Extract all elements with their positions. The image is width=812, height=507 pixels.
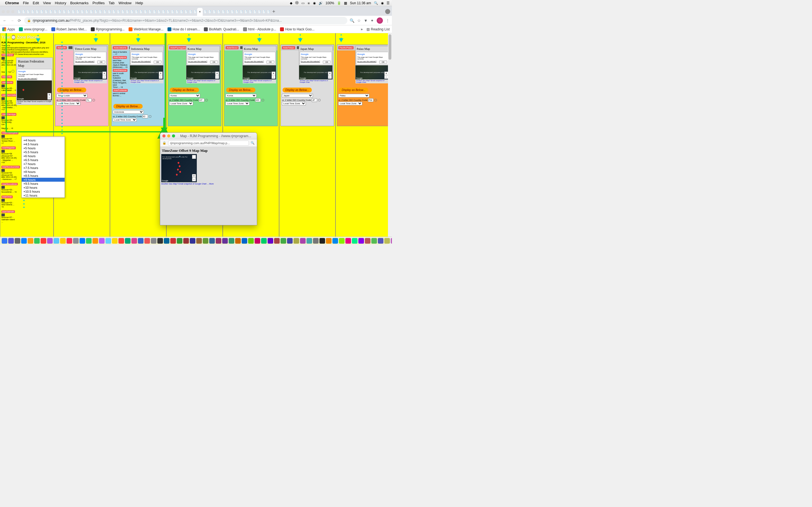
back-button[interactable]: ← [2, 18, 7, 23]
tz-badge[interactable]: Asia/Magadan [1, 147, 16, 149]
dock-app-icon[interactable] [138, 238, 144, 244]
dock-app-icon[interactable] [93, 238, 98, 244]
dropdown-option[interactable]: +4 hours [22, 138, 64, 142]
extensions-icon[interactable]: ✦ [370, 18, 374, 23]
timezone-dropdown-open[interactable]: +4 hours+4.5 hours+5 hours+5.5 hours+6 h… [21, 136, 65, 198]
browser-tab[interactable]: 📄 [261, 8, 266, 16]
lock-icon[interactable]: 🔒 [27, 18, 31, 22]
radio-button[interactable] [205, 99, 208, 101]
map-links[interactable]: Another Geo Map? Email snapshot of Googl… [130, 79, 163, 83]
iso-input[interactable] [312, 98, 317, 102]
search-icon[interactable]: 🔍 [251, 141, 255, 145]
country-select[interactable]: Korea [169, 94, 200, 98]
dock-app-icon[interactable] [365, 238, 370, 244]
tz-badge[interactable]: Asia/Omsk [1, 195, 13, 198]
zoom-control[interactable]: +− [215, 71, 219, 79]
tz-badge[interactable]: Asia/Seoul [225, 46, 239, 49]
map-image[interactable]: For development purposes only+−Google [356, 65, 389, 79]
dock-app-icon[interactable] [132, 238, 137, 244]
dock-app-icon[interactable] [15, 238, 20, 244]
browser-tab[interactable]: 📄 [71, 8, 75, 16]
popup-titlebar[interactable]: Map - RJM Programming - //www.rjmprogram… [160, 133, 257, 139]
browser-tab[interactable]: 📄 [44, 8, 48, 16]
dropdown-option[interactable]: +9.5 hours [22, 182, 64, 186]
browser-tab[interactable]: 📄 [156, 8, 161, 16]
map-image[interactable]: For development purposes only+−Google [299, 65, 333, 79]
dock-app-icon[interactable] [326, 238, 332, 244]
browser-tab[interactable]: 📄 [257, 8, 261, 16]
apps-shortcut[interactable]: Apps [2, 27, 15, 31]
tz-badge[interactable]: Asia/Khandyga [1, 113, 16, 116]
display-button[interactable]: Display as Below... [113, 104, 143, 109]
map-links[interactable]: Another Geo Map? Email snapshot of Googl… [299, 79, 333, 83]
browser-tab[interactable]: 📄 [107, 8, 111, 16]
menu-profiles[interactable]: Profiles [93, 1, 105, 5]
browser-tab[interactable]: 📄 [184, 8, 188, 16]
tz-badge[interactable]: Asia/Kamchatka [1, 94, 17, 97]
browser-tab[interactable]: 📄 [170, 8, 174, 16]
star-icon[interactable]: ☆ [357, 18, 361, 23]
menu-window[interactable]: Window [118, 1, 132, 5]
tz-select[interactable]: Local Time Zone [225, 102, 250, 105]
iso-input[interactable] [142, 115, 148, 118]
browser-tab[interactable]: 📄 [152, 8, 156, 16]
browser-tab[interactable]: 📄 [80, 8, 84, 16]
dock-app-icon[interactable] [34, 238, 40, 244]
airplay-icon[interactable]: ▭ [301, 1, 305, 5]
bookmark-item[interactable]: html - Absolute p... [243, 27, 276, 31]
lock-icon[interactable]: 🔒 [162, 141, 166, 145]
browser-tab[interactable]: 📄 [225, 8, 230, 16]
iso-input[interactable] [368, 98, 373, 102]
ok-button[interactable]: OK [97, 61, 105, 64]
tz-badge[interactable]: Asia/Irkutsk [1, 81, 13, 84]
dock-app-icon[interactable] [196, 238, 202, 244]
bookmark-item[interactable]: www.rjmprogr... [19, 27, 47, 31]
bluetooth-icon[interactable]: ⚹ [307, 1, 310, 5]
radio-button[interactable] [262, 99, 264, 101]
siri-icon[interactable]: ◉ [381, 1, 384, 5]
dock-app-icon[interactable] [2, 238, 7, 244]
address-bar[interactable]: 🔒 rjmprogramming.com.au/PHP/tz_places.ph… [24, 17, 347, 24]
tz-select[interactable]: Local Time Zone [56, 102, 80, 105]
country-select[interactable]: Japan [282, 94, 313, 98]
map-links[interactable]: Another Geo Map? Email snapshot of Googl… [17, 100, 52, 104]
browser-tab[interactable]: 📄 [98, 8, 102, 16]
browser-tab[interactable]: 📄 [221, 8, 225, 16]
dock-app-icon[interactable] [190, 238, 195, 244]
popup-links[interactable]: Another Geo Map? Email snapshot of Googl… [161, 182, 256, 185]
dropdown-option[interactable]: +9 hours [22, 178, 64, 182]
browser-tab[interactable]: ✕ [197, 8, 203, 16]
bookmark-item[interactable]: Robert James Met... [51, 27, 87, 31]
dock-app-icon[interactable] [261, 238, 267, 244]
browser-tab[interactable]: 📄 [188, 8, 193, 16]
tz-select[interactable]: Local Time Zone [338, 102, 362, 105]
dock-app-icon[interactable] [47, 238, 53, 244]
browser-tab[interactable]: 📄 [266, 8, 270, 16]
dock-app-icon[interactable] [60, 238, 66, 244]
tz-select[interactable]: Local Time Zone [169, 102, 193, 105]
ok-button[interactable]: OK [323, 61, 331, 64]
map-links[interactable]: Another Geo Map? Email snapshot of Googl… [356, 79, 389, 83]
close-icon[interactable] [162, 134, 165, 137]
menu-tab[interactable]: Tab [109, 1, 114, 5]
bookmark-item[interactable]: BioMath: Quadrati... [204, 27, 239, 31]
dock-app-icon[interactable] [105, 238, 111, 244]
dock-app-icon[interactable] [235, 238, 241, 244]
display-button[interactable]: Display as Below... [339, 88, 368, 93]
browser-tab[interactable]: 📄 [174, 8, 179, 16]
dock-app-icon[interactable] [287, 238, 293, 244]
browser-tab[interactable]: 📄 [53, 8, 57, 16]
dock-app-icon[interactable] [203, 238, 208, 244]
map-image[interactable]: For development purposes only+−Google [186, 65, 220, 79]
tz-badge[interactable]: Asia/Pyongyang [169, 46, 188, 49]
browser-tab[interactable]: 📄 [212, 8, 216, 16]
dock-app-icon[interactable] [306, 238, 312, 244]
search-icon[interactable]: 🔍 [350, 18, 354, 23]
tz-badge[interactable]: Asia/Chita [1, 75, 12, 78]
gmap-own-link[interactable]: Do you own this website? [188, 61, 207, 62]
dropdown-option[interactable]: +7 hours [22, 162, 64, 166]
map-image[interactable]: For development purposes only+−Google [130, 65, 163, 79]
browser-tab[interactable]: 📄 [35, 8, 39, 16]
browser-tab[interactable]: 📄 [161, 8, 165, 16]
dock-app-icon[interactable] [177, 238, 183, 244]
